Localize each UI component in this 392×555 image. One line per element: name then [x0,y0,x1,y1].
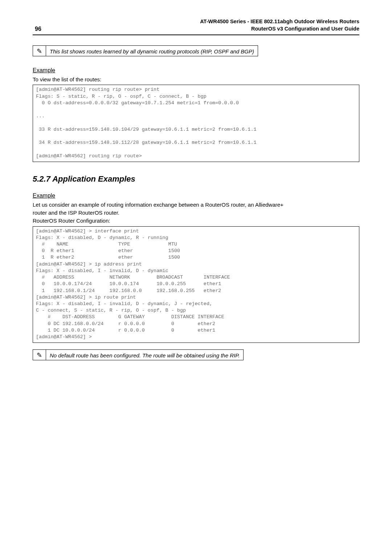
note-icon-cell-2: ✎ [33,350,46,360]
note-icon-cell: ✎ [33,46,46,56]
note-text-cell: This list shows routes learned by all dy… [46,46,258,56]
section-heading-app-examples: 5.2.7 Application Examples [33,174,359,184]
example-intro: To view the list of the routes: [33,76,359,83]
pencil-icon: ✎ [37,351,42,359]
page-header: 96 AT-WR4500 Series - IEEE 802.11abgh Ou… [33,18,359,32]
page-number: 96 [33,26,41,32]
example-heading-link[interactable]: Example [33,67,55,74]
header-titles: AT-WR4500 Series - IEEE 802.11abgh Outdo… [200,18,359,32]
note-dynamic-protocols: ✎ This list shows routes learned by all … [33,45,258,56]
note-text: This list shows routes learned by all dy… [50,48,254,54]
pencil-icon: ✎ [37,47,42,55]
note-default-route: ✎ No default route has been configured. … [33,349,244,360]
code-block-routes: [admin@AT-WR4562] routing rip route> pri… [33,85,359,162]
appex-intro-line1: Let us consider an example of routing in… [33,201,359,208]
appex-intro-line2: router and the ISP RouterOS router. [33,209,359,216]
appex-intro-line3: RouterOS Router Configuration: [33,217,359,224]
header-title-line2: RouterOS v3 Configuration and User Guide [200,25,359,33]
note-text-cell-2: No default route has been configured. Th… [46,350,243,360]
note-text-2: No default route has been configured. Th… [50,352,240,358]
header-title-line1: AT-WR4500 Series - IEEE 802.11abgh Outdo… [200,18,359,25]
code-block-config: [admin@AT-WR4562] > interface print Flag… [33,226,359,343]
example-heading-link-2[interactable]: Example [33,193,55,199]
header-rule [33,35,359,35]
